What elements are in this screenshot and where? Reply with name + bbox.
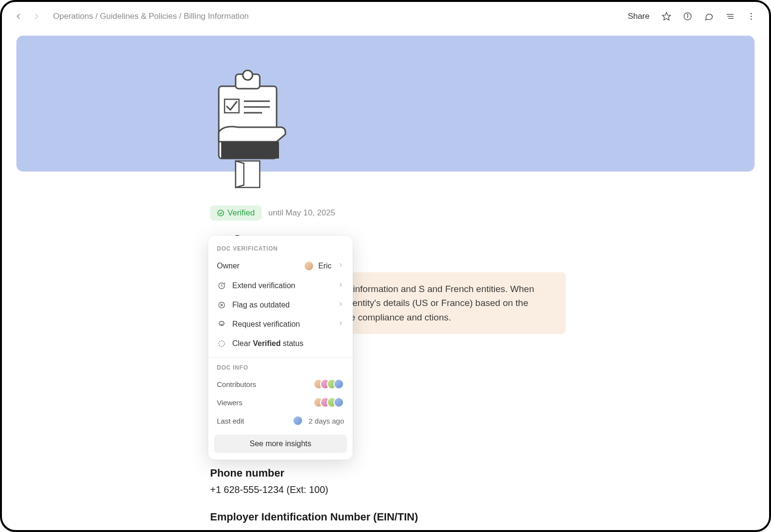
avatar-icon: [333, 397, 344, 408]
clear-verified-row[interactable]: Clear Verified status: [208, 334, 353, 353]
svg-point-8: [751, 16, 752, 17]
avatar-icon: [333, 379, 344, 389]
avatar-stack: [313, 379, 344, 389]
breadcrumb[interactable]: Operations / Guidelines & Policies / Bil…: [53, 12, 249, 21]
popover-section-title: DOC VERIFICATION: [208, 242, 353, 256]
see-more-insights-button[interactable]: See more insights: [214, 435, 347, 453]
back-button[interactable]: [12, 10, 25, 23]
check-badge-icon: [217, 319, 226, 329]
menu-icon[interactable]: [722, 8, 738, 25]
chevron-right-icon: [337, 281, 344, 290]
phone-value: +1 628-555-1234 (Ext: 100): [210, 484, 740, 495]
request-label: Request verification: [232, 320, 332, 329]
last-edit-label: Last edit: [217, 417, 287, 425]
last-edit-row[interactable]: Last edit 2 days ago: [208, 412, 353, 430]
info-icon[interactable]: [679, 8, 696, 25]
svg-point-7: [751, 13, 752, 14]
clear-label: Clear Verified status: [232, 339, 344, 348]
hero-banner: [16, 36, 755, 172]
extend-label: Extend verification: [232, 281, 332, 290]
chevron-right-icon: [337, 301, 344, 309]
extend-verification-row[interactable]: Extend verification: [208, 276, 353, 295]
chevron-right-icon: [337, 320, 344, 329]
doc-info-title: DOC INFO: [208, 361, 353, 375]
verified-badge[interactable]: Verified: [210, 205, 262, 221]
star-icon[interactable]: [658, 8, 675, 25]
viewers-label: Viewers: [217, 399, 307, 407]
contributors-label: Contributors: [217, 380, 307, 388]
verified-label: Verified: [227, 208, 255, 218]
topbar: Operations / Guidelines & Policies / Bil…: [2, 2, 769, 31]
svg-rect-17: [221, 142, 279, 159]
contributors-row[interactable]: Contributors: [208, 375, 353, 393]
doc-verification-popover: DOC VERIFICATION Owner Eric Extend verif…: [208, 236, 353, 460]
verified-until: until May 10, 2025: [268, 208, 335, 218]
svg-point-27: [219, 341, 225, 346]
divider: [208, 357, 353, 358]
svg-point-9: [751, 19, 752, 20]
svg-point-3: [687, 14, 688, 15]
dashed-circle-icon: [217, 339, 226, 348]
clock-extend-icon: [217, 281, 226, 291]
x-circle-icon: [217, 300, 226, 310]
request-verification-row[interactable]: Request verification: [208, 315, 353, 334]
avatar-icon: [292, 415, 303, 426]
more-icon[interactable]: [743, 8, 759, 25]
ein-heading: Employer Identification Number (EIN/TIN): [210, 511, 740, 523]
phone-heading: Phone number: [210, 467, 740, 479]
avatar-icon: [304, 261, 314, 271]
forward-button[interactable]: [30, 10, 43, 23]
owner-label: Owner: [217, 262, 298, 270]
share-button[interactable]: Share: [624, 12, 653, 21]
avatar-stack: [313, 397, 344, 408]
flag-outdated-row[interactable]: Flag as outdated: [208, 295, 353, 315]
svg-marker-0: [663, 13, 671, 20]
flag-label: Flag as outdated: [232, 301, 332, 309]
viewers-row[interactable]: Viewers: [208, 393, 353, 412]
owner-name: Eric: [318, 262, 332, 270]
comment-icon[interactable]: [701, 8, 717, 25]
owner-row[interactable]: Owner Eric: [208, 256, 353, 276]
svg-point-12: [243, 70, 253, 80]
last-edit-value: 2 days ago: [309, 417, 344, 425]
chevron-right-icon: [337, 262, 344, 270]
check-circle-icon: [217, 209, 225, 217]
